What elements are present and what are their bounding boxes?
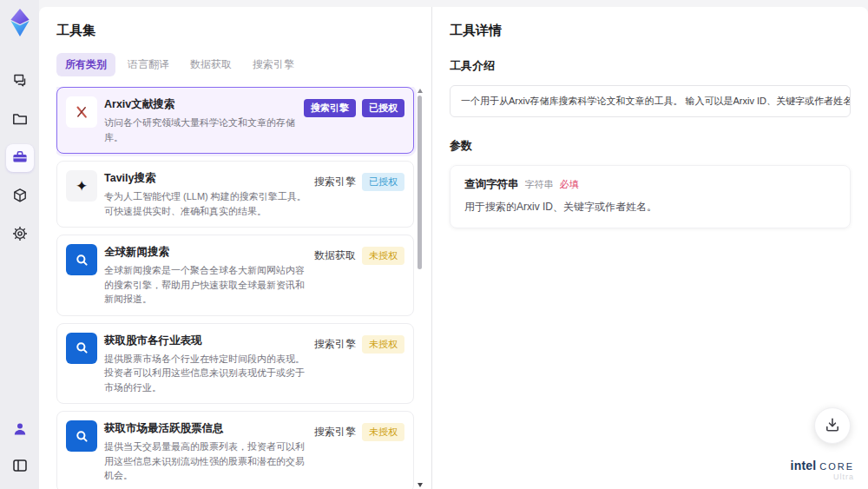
search-icon — [66, 244, 97, 275]
tool-tags: 搜索引擎 已授权 — [304, 96, 404, 117]
scrollbar[interactable] — [416, 89, 424, 487]
tool-intro-box: 一个用于从Arxiv存储库搜索科学论文和文章的工具。 输入可以是Arxiv ID… — [450, 85, 851, 117]
tool-name: 全球新闻搜索 — [104, 245, 307, 260]
search-icon — [66, 333, 97, 364]
chat-icon — [11, 72, 29, 92]
auth-status-badge: 未授权 — [362, 247, 404, 265]
auth-status-badge: 未授权 — [362, 423, 404, 441]
sidebar-item-files[interactable] — [6, 106, 34, 134]
category-tab[interactable]: 所有类别 — [56, 53, 115, 76]
tool-list: Arxiv文献搜索 访问各个研究领域大量科学论文和文章的存储库。 搜索引擎 已授… — [56, 87, 424, 489]
scrollbar-thumb[interactable] — [418, 96, 422, 269]
toolbox-icon — [11, 149, 29, 169]
sidebar-item-account[interactable] — [6, 416, 34, 444]
top-strip — [39, 0, 868, 7]
tool-tags: 数据获取 未授权 — [314, 244, 404, 265]
category-tab[interactable]: 语言翻译 — [119, 53, 178, 76]
category-tab[interactable]: 搜索引擎 — [244, 53, 303, 76]
category-tag: 搜索引擎 — [304, 99, 356, 117]
tool-card[interactable]: ✦ Tavily搜索 专为人工智能代理 (LLM) 构建的搜索引擎工具。可快速提… — [56, 161, 414, 228]
tool-description: 访问各个研究领域大量科学论文和文章的存储库。 — [104, 116, 297, 144]
category-tabs: 所有类别语言翻译数据获取搜索引擎 — [56, 53, 424, 76]
tool-name: Arxiv文献搜索 — [104, 97, 297, 112]
tool-description: 全球新闻搜索是一个聚合全球各大新闻网站内容的搜索引擎，帮助用户快速获取全球最新资… — [104, 263, 307, 307]
tool-tags: 搜索引擎 未授权 — [314, 420, 404, 441]
tool-description: 提供当天交易量最高的股票列表，投资者可以利用这些信息来识别流动性强的股票和潜在的… — [104, 439, 307, 483]
folder-icon — [11, 110, 29, 130]
app-window: 工具集 所有类别语言翻译数据获取搜索引擎 Arxiv文献搜索 访问各个研究领域大… — [0, 0, 868, 489]
param-type: 字符串 — [525, 178, 554, 191]
gear-icon — [11, 225, 29, 245]
download-icon — [824, 416, 841, 436]
tool-list-panel: 工具集 所有类别语言翻译数据获取搜索引擎 Arxiv文献搜索 访问各个研究领域大… — [39, 7, 432, 489]
cube-icon — [11, 187, 29, 207]
tool-detail-panel: 工具详情 工具介绍 一个用于从Arxiv存储库搜索科学论文和文章的工具。 输入可… — [432, 7, 868, 489]
brand-intel: intel — [791, 459, 817, 472]
star-icon: ✦ — [66, 170, 97, 202]
tool-card[interactable]: 获取股市各行业表现 提供股票市场各个行业在特定时间段内的表现。投资者可以利用这些… — [56, 323, 414, 405]
tool-name: 获取股市各行业表现 — [104, 334, 307, 348]
tool-name: 获取市场最活跃股票信息 — [104, 421, 307, 436]
tool-tags: 搜索引擎 已授权 — [314, 170, 404, 191]
param-name: 查询字符串 — [464, 177, 519, 192]
category-tag: 搜索引擎 — [314, 175, 356, 189]
tool-description: 专为人工智能代理 (LLM) 构建的搜索引擎工具。可快速提供实时、准确和真实的结… — [104, 189, 307, 218]
sidebar — [0, 0, 39, 489]
search-icon — [66, 420, 97, 452]
sidebar-item-packages[interactable] — [6, 182, 34, 210]
intro-heading: 工具介绍 — [450, 58, 851, 74]
category-tag: 搜索引擎 — [314, 425, 356, 439]
page-title: 工具集 — [56, 23, 424, 39]
tool-description: 提供股票市场各个行业在特定时间段内的表现。投资者可以利用这些信息来识别表现优于或… — [104, 352, 307, 395]
scroll-up-icon[interactable] — [418, 89, 423, 93]
brand-core: CORE — [819, 461, 854, 472]
sidebar-item-settings[interactable] — [6, 221, 34, 248]
sidebar-item-collapse[interactable] — [6, 453, 34, 480]
auth-status-badge: 未授权 — [362, 335, 404, 354]
sidebar-item-chat[interactable] — [6, 68, 34, 96]
sidebar-nav — [6, 68, 34, 248]
tool-name: Tavily搜索 — [104, 171, 307, 186]
detail-title: 工具详情 — [450, 23, 851, 39]
category-tab[interactable]: 数据获取 — [181, 53, 240, 76]
scroll-down-icon[interactable] — [418, 483, 423, 487]
param-required-badge: 必填 — [560, 178, 579, 191]
brand-ultra: Ultra — [791, 473, 854, 482]
sidebar-item-tools[interactable] — [6, 144, 34, 172]
auth-status-badge: 已授权 — [362, 99, 404, 117]
tool-card[interactable]: 获取市场最活跃股票信息 提供当天交易量最高的股票列表，投资者可以利用这些信息来识… — [56, 411, 414, 489]
auth-status-badge: 已授权 — [362, 173, 404, 191]
intel-core-logo: intel CORE Ultra — [791, 459, 854, 482]
download-button[interactable] — [814, 407, 851, 444]
param-card: 查询字符串 字符串 必填 用于搜索的Arxiv ID、关键字或作者姓名。 — [450, 165, 851, 228]
panel-toggle-icon — [11, 457, 29, 477]
param-description: 用于搜索的Arxiv ID、关键字或作者姓名。 — [464, 200, 836, 215]
user-icon — [11, 420, 29, 440]
params-heading: 参数 — [450, 138, 851, 154]
tool-card[interactable]: 全球新闻搜索 全球新闻搜索是一个聚合全球各大新闻网站内容的搜索引擎，帮助用户快速… — [56, 235, 414, 316]
category-tag: 搜索引擎 — [314, 337, 356, 352]
gem-logo-icon — [7, 7, 33, 38]
tool-card[interactable]: Arxiv文献搜索 访问各个研究领域大量科学论文和文章的存储库。 搜索引擎 已授… — [56, 87, 414, 154]
category-tag: 数据获取 — [314, 248, 356, 263]
tool-tags: 搜索引擎 未授权 — [314, 333, 404, 354]
sidebar-bottom — [6, 416, 34, 480]
arxiv-logo-icon — [66, 96, 97, 128]
